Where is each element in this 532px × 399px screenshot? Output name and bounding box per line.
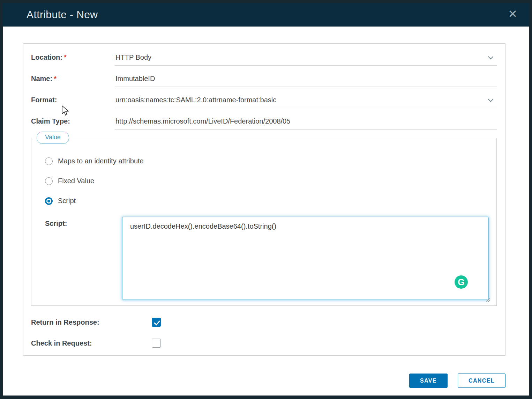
radio-maps-to-identity-attribute[interactable]: Maps to an identity attribute — [45, 157, 489, 165]
radio-icon[interactable] — [45, 197, 53, 205]
name-label: Name:* — [31, 74, 115, 83]
close-icon[interactable]: ✕ — [508, 8, 517, 20]
radio-icon[interactable] — [45, 157, 53, 165]
tab-value[interactable]: Value — [37, 132, 69, 144]
claim-type-value: http://schemas.microsoft.com/LiveID/Fede… — [115, 117, 290, 125]
location-row: Location:* HTTP Body — [31, 53, 497, 66]
check-in-request-row: Check in Request: — [31, 339, 497, 348]
script-area-wrap: userID.decodeHex().encodeBase64().toStri… — [122, 217, 489, 300]
script-row: Script: userID.decodeHex().encodeBase64(… — [45, 217, 489, 300]
radio-label: Fixed Value — [58, 177, 94, 185]
format-label: Format: — [31, 95, 115, 104]
return-in-response-checkbox[interactable] — [152, 318, 161, 327]
chevron-down-icon[interactable] — [488, 54, 494, 60]
resize-handle-icon[interactable] — [485, 297, 490, 303]
location-label-text: Location: — [31, 53, 62, 61]
location-select[interactable]: HTTP Body — [115, 53, 497, 66]
radio-fixed-value[interactable]: Fixed Value — [45, 177, 489, 185]
location-value: HTTP Body — [115, 53, 151, 61]
attribute-form-panel: Location:* HTTP Body Name:* ImmutableID … — [23, 43, 505, 356]
save-button[interactable]: SAVE — [409, 374, 448, 388]
script-textarea[interactable]: userID.decodeHex().encodeBase64().toStri… — [122, 217, 489, 300]
format-value: urn:oasis:names:tc:SAML:2.0:attrname-for… — [115, 96, 276, 104]
check-in-request-checkbox[interactable] — [152, 339, 161, 348]
required-asterisk: * — [54, 75, 57, 82]
modal-header: Attribute - New ✕ — [3, 3, 529, 27]
radio-icon[interactable] — [45, 177, 53, 185]
check-in-request-label: Check in Request: — [31, 339, 152, 347]
claim-type-label: Claim Type: — [31, 117, 115, 125]
modal-frame: Attribute - New ✕ Location:* HTTP Body N… — [0, 0, 532, 399]
claim-type-input[interactable]: http://schemas.microsoft.com/LiveID/Fede… — [115, 117, 497, 130]
format-row: Format: urn:oasis:names:tc:SAML:2.0:attr… — [31, 95, 497, 108]
name-label-text: Name: — [31, 75, 52, 82]
radio-label: Maps to an identity attribute — [58, 157, 144, 165]
cancel-button[interactable]: CANCEL — [458, 374, 505, 388]
value-section: Maps to an identity attribute Fixed Valu… — [31, 138, 497, 306]
name-row: Name:* ImmutableID — [31, 74, 497, 87]
format-select[interactable]: urn:oasis:names:tc:SAML:2.0:attrname-for… — [115, 95, 497, 108]
script-label: Script: — [45, 217, 122, 228]
return-in-response-label: Return in Response: — [31, 318, 152, 326]
dialog-footer: SAVE CANCEL — [23, 374, 505, 388]
location-label: Location:* — [31, 53, 115, 61]
radio-script[interactable]: Script — [45, 197, 489, 205]
radio-label: Script — [58, 197, 76, 205]
modal-title: Attribute - New — [27, 9, 98, 21]
required-asterisk: * — [64, 53, 67, 61]
grammarly-icon[interactable]: G — [455, 275, 468, 289]
chevron-down-icon[interactable] — [488, 97, 494, 102]
return-in-response-row: Return in Response: — [31, 318, 497, 327]
claim-type-row: Claim Type: http://schemas.microsoft.com… — [31, 117, 497, 130]
name-value: ImmutableID — [115, 75, 155, 82]
name-input[interactable]: ImmutableID — [115, 74, 497, 87]
modal-body: Location:* HTTP Body Name:* ImmutableID … — [3, 27, 529, 396]
